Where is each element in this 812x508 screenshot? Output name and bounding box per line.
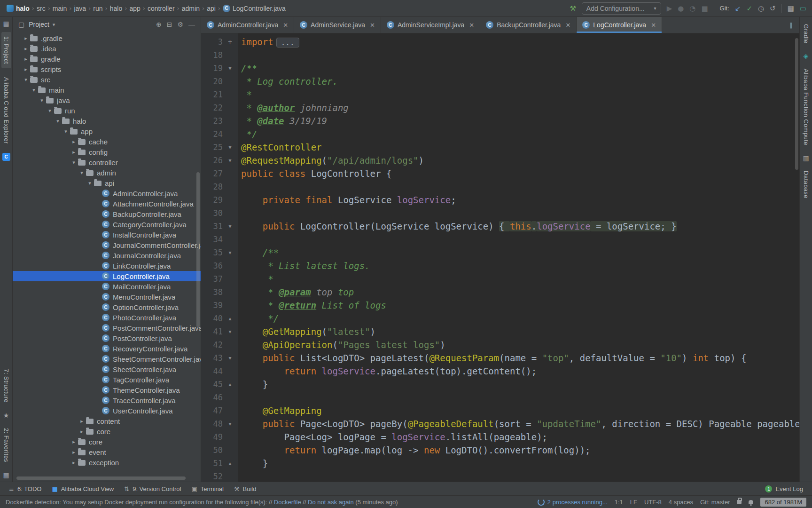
fold-marker-icon[interactable]: ▴	[223, 378, 237, 391]
status-message-link[interactable]: Do not ask again	[308, 499, 354, 506]
tree-item-themecontroller-java[interactable]: CThemeController.java	[13, 385, 201, 395]
breadcrumb-item[interactable]: halo	[109, 5, 123, 12]
breadcrumb-item[interactable]: src	[36, 5, 47, 12]
tree-item-recoverycontroller-java[interactable]: CRecoveryController.java	[13, 343, 201, 354]
chevron-down-icon[interactable]: ▾	[62, 128, 70, 135]
code-text[interactable]: public class LogController {	[237, 167, 391, 180]
build-hammer-icon[interactable]: ⚒	[570, 4, 576, 13]
build-tab[interactable]: ⚒Build	[229, 482, 262, 495]
code-text[interactable]	[237, 233, 241, 246]
todo-tab[interactable]: ≡6: TODO	[4, 482, 47, 495]
code-text[interactable]: * @return List of logs	[237, 299, 386, 312]
tree-item--idea[interactable]: ▸.idea	[13, 43, 201, 54]
code-text[interactable]	[237, 48, 241, 62]
tree-item-usercontroller-java[interactable]: CUserController.java	[13, 405, 201, 416]
tree-item-tagcontroller-java[interactable]: CTagController.java	[13, 374, 201, 385]
breadcrumb-item[interactable]: java	[73, 5, 87, 12]
tree-item-event[interactable]: ▸event	[13, 447, 201, 457]
chevron-right-icon[interactable]: ▸	[22, 56, 30, 62]
tree-item-postcontroller-java[interactable]: CPostController.java	[13, 333, 201, 343]
locate-file-icon[interactable]: ⊕	[155, 21, 163, 28]
chevron-right-icon[interactable]: ▸	[70, 460, 78, 466]
memory-indicator[interactable]: 682 of 1981M	[760, 498, 806, 507]
alibaba-cloud-view-tab[interactable]: ■Alibaba Cloud View	[47, 482, 119, 495]
code-text[interactable]: /**	[237, 62, 257, 75]
code-text[interactable]: */	[237, 127, 257, 141]
fold-marker-icon[interactable]: ▾	[223, 351, 237, 365]
close-icon[interactable]: ✕	[283, 22, 288, 29]
breadcrumb-item[interactable]: admin	[181, 5, 201, 12]
stop-icon[interactable]: ■	[701, 4, 708, 13]
debug-icon[interactable]: ●	[678, 4, 684, 13]
chevron-down-icon[interactable]: ▾	[38, 97, 46, 103]
event-log-tab[interactable]: 1Event Log	[760, 482, 808, 495]
tree-item-journalcontroller-java[interactable]: CJournalController.java	[13, 250, 201, 261]
fold-marker-icon[interactable]: ▾	[223, 246, 237, 259]
fold-marker-icon[interactable]: ▾	[223, 154, 237, 167]
close-icon[interactable]: ✕	[651, 22, 656, 29]
tree-item-backupcontroller-java[interactable]: CBackupController.java	[13, 209, 201, 219]
tree-item-mailcontroller-java[interactable]: CMailController.java	[13, 281, 201, 292]
tree-item-config[interactable]: ▸config	[13, 147, 201, 157]
favorites-stripe-button[interactable]: 2: Favorites	[1, 424, 11, 467]
structure-stripe-button[interactable]: 7: Structure	[1, 365, 11, 407]
breadcrumb-item[interactable]: CLogController.java	[222, 5, 287, 12]
database-stripe-button[interactable]: Database	[801, 167, 811, 203]
fold-marker-icon[interactable]: +	[223, 35, 237, 48]
editor-tab-adminserviceimpl-java[interactable]: CAdminServiceImpl.java✕	[381, 17, 480, 33]
lock-icon[interactable]	[737, 500, 742, 504]
vcs-history-icon[interactable]: ◷	[758, 4, 764, 13]
code-text[interactable]: * Log controller.	[237, 75, 338, 88]
gradle-stripe-button[interactable]: Gradle	[801, 20, 811, 48]
code-text[interactable]: /**	[237, 246, 279, 259]
code-text[interactable]	[237, 206, 241, 220]
settings-icon[interactable]: ⚙	[176, 21, 184, 28]
alibaba-cloud-explorer-stripe-button[interactable]: Alibaba Cloud Explorer	[1, 73, 11, 148]
project-panel-title[interactable]: Project	[29, 21, 49, 28]
tree-item-optioncontroller-java[interactable]: COptionController.java	[13, 302, 201, 312]
code-text[interactable]: }	[237, 378, 268, 391]
chevron-right-icon[interactable]: ▸	[78, 429, 86, 435]
tree-item-journalcommentcontroller-java[interactable]: CJournalCommentController.java	[13, 240, 201, 250]
tree-item-logcontroller-java[interactable]: CLogController.java	[13, 271, 201, 281]
tree-horizontal-scrollbar[interactable]	[16, 476, 186, 480]
code-text[interactable]: private final LogService logService;	[237, 193, 456, 206]
chevron-down-icon[interactable]: ▾	[70, 159, 78, 166]
tree-item-sheetcommentcontroller-java[interactable]: CSheetCommentController.java	[13, 354, 201, 364]
code-text[interactable]: return logPage.map(log -> new LogDTO().c…	[237, 444, 591, 457]
breadcrumb-item[interactable]: app	[128, 5, 141, 12]
chevron-right-icon[interactable]: ▸	[70, 149, 78, 155]
fold-marker-icon[interactable]: ▴	[223, 457, 237, 470]
chevron-down-icon[interactable]: ▾	[54, 118, 62, 124]
code-text[interactable]: *	[237, 88, 252, 101]
chevron-right-icon[interactable]: ▸	[22, 46, 30, 52]
version-control-tab[interactable]: ⇅9: Version Control	[119, 482, 186, 495]
chevron-right-icon[interactable]: ▸	[70, 439, 78, 445]
code-text[interactable]: public Page<LogDTO> pageBy(@PageableDefa…	[237, 417, 799, 430]
breadcrumb-item[interactable]: run	[92, 5, 103, 12]
tree-item-run[interactable]: ▾run	[13, 105, 201, 116]
project-tool-icon[interactable]: ▦	[3, 20, 9, 27]
tree-item-src[interactable]: ▾src	[13, 74, 201, 85]
tab-list-icon[interactable]: ‖	[784, 22, 800, 29]
collapse-all-icon[interactable]: ⊟	[166, 21, 173, 28]
tree-item-main[interactable]: ▾main	[13, 85, 201, 95]
remote-screen-icon[interactable]: ▭	[800, 4, 806, 13]
tree-item-java[interactable]: ▾java	[13, 95, 201, 105]
chevron-right-icon[interactable]: ▸	[70, 139, 78, 145]
terminal-tab[interactable]: ▣Terminal	[187, 482, 229, 495]
code-text[interactable]: @ApiOperation("Pages latest logs")	[237, 338, 445, 351]
tree-item-admincontroller-java[interactable]: CAdminController.java	[13, 188, 201, 198]
alibaba-cloud-icon[interactable]: C	[2, 153, 10, 161]
vcs-update-icon[interactable]: ↙	[735, 4, 741, 13]
toolwindow-grid-icon[interactable]: ▦	[3, 471, 9, 479]
code-text[interactable]	[237, 470, 241, 482]
fold-marker-icon[interactable]: ▾	[223, 220, 237, 233]
code-text[interactable]: Page<Log> logPage = logService.listAll(p…	[237, 430, 547, 444]
tree-item-postcommentcontroller-java[interactable]: CPostCommentController.java	[13, 323, 201, 333]
hide-panel-icon[interactable]: ―	[187, 21, 196, 28]
tree-item-controller[interactable]: ▾controller	[13, 157, 201, 167]
tool-windows-icon[interactable]: ▦	[788, 4, 794, 13]
breadcrumb-item[interactable]: api	[206, 5, 217, 12]
favorites-icon[interactable]: ★	[3, 412, 9, 419]
